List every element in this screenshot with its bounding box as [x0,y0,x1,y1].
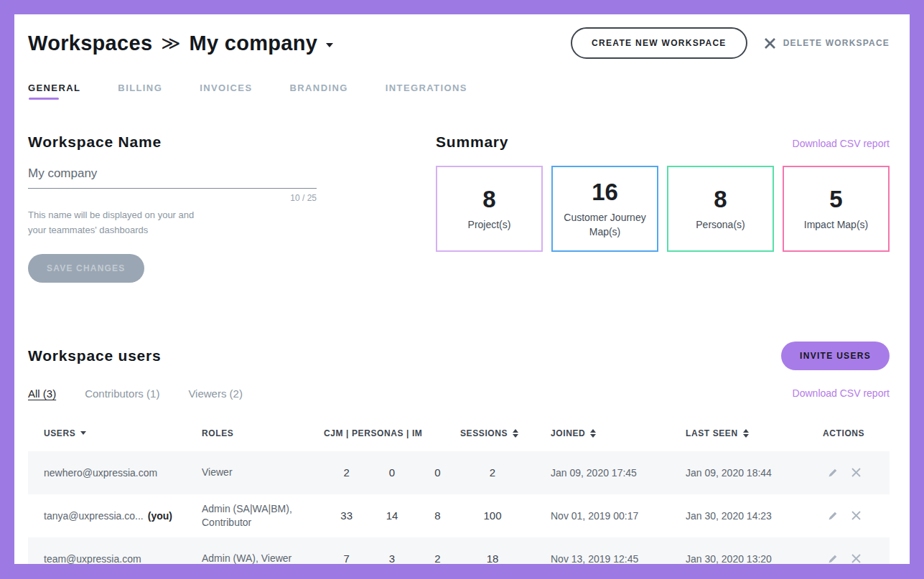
save-changes-button[interactable]: SAVE CHANGES [28,254,144,283]
personas-count: 0 [369,466,414,479]
column-header-cjm-personas-im: CJM | PERSONAS | IM [324,428,460,438]
joined-date: Jan 09, 2020 17:45 [551,467,686,479]
workspace-name-helper-text: This name will be displayed on your and … [28,207,317,238]
filter-contributors[interactable]: Contributors (1) [85,387,159,400]
table-row: tanya@uxpressia.co... (you) Admin (SA|WA… [28,494,890,537]
row-actions [823,467,890,479]
close-icon [851,467,862,478]
content-columns: Workspace Name 10 / 25 This name will be… [28,133,890,283]
create-new-workspace-button[interactable]: CREATE NEW WORKSPACE [571,27,747,59]
char-counter: 10 / 25 [28,193,317,203]
remove-user-button[interactable] [851,553,862,564]
breadcrumb-workspaces: Workspaces [28,32,152,55]
column-header-last-seen[interactable]: LAST SEEN [686,428,823,438]
users-table: USERS ROLES CJM | PERSONAS | IM SESSIONS… [28,415,890,564]
user-roles: Admin (SA|WA|BM), Contributor [202,502,324,529]
cjm-count: 2 [324,466,369,479]
user-email: team@uxpressia.com [44,553,202,564]
window-frame: Workspaces ≫ My company CREATE NEW WORKS… [0,0,924,579]
impact-maps-count: 5 [829,186,842,213]
users-download-csv-link[interactable]: Download CSV report [793,387,890,399]
workspace-name-section: Workspace Name 10 / 25 This name will be… [28,133,317,283]
column-header-users[interactable]: USERS [44,428,202,438]
user-filters: All (3) Contributors (1) Viewers (2) Dow… [28,387,890,400]
summary-header: Summary Download CSV report [436,133,890,151]
cjm-count: 16 [592,179,618,206]
personas-count: 3 [369,552,414,564]
row-actions [823,510,890,522]
summary-card-personas: 8 Persona(s) [667,166,774,252]
users-table-header-row: USERS ROLES CJM | PERSONAS | IM SESSIONS… [28,415,890,451]
user-roles: Viewer [202,466,324,479]
workspace-users-header: Workspace users INVITE USERS [28,342,890,370]
remove-user-button[interactable] [851,467,862,478]
you-badge: (you) [148,510,172,522]
impact-maps-label: Impact Map(s) [797,217,875,232]
column-header-roles: ROLES [202,428,324,438]
last-seen-date: Jan 09, 2020 18:44 [686,467,823,479]
delete-workspace-label: DELETE WORKSPACE [783,38,890,48]
sort-icon [743,429,749,438]
workspace-settings-page: Workspaces ≫ My company CREATE NEW WORKS… [14,14,910,564]
delete-workspace-button[interactable]: DELETE WORKSPACE [763,37,890,50]
sort-icon [590,429,596,438]
summary-card-impact-maps: 5 Impact Map(s) [783,166,890,252]
invite-users-button[interactable]: INVITE USERS [781,342,890,370]
page-title: My company [190,32,318,55]
close-icon [763,37,777,50]
workspace-name-input[interactable] [28,162,317,189]
sort-desc-icon [80,431,86,435]
summary-cards: 8 Project(s) 16 Customer Journey Map(s) … [436,166,890,252]
remove-user-button[interactable] [851,510,862,521]
personas-count: 14 [369,509,414,522]
column-header-actions: ACTIONS [823,428,890,438]
page-header: Workspaces ≫ My company CREATE NEW WORKS… [28,27,890,59]
tab-branding[interactable]: BRANDING [289,83,347,100]
column-header-sessions[interactable]: SESSIONS [460,428,551,438]
joined-date: Nov 01, 2019 00:17 [551,510,686,522]
filter-viewers[interactable]: Viewers (2) [188,387,243,400]
sessions-count: 100 [460,509,525,522]
header-actions: CREATE NEW WORKSPACE DELETE WORKSPACE [571,27,890,59]
sessions-count: 2 [460,466,525,479]
cjm-count: 33 [324,509,369,522]
table-row: newhero@uxpressia.com Viewer 2 0 0 2 Jan… [28,451,890,494]
last-seen-date: Jan 30, 2020 13:20 [686,553,823,564]
projects-label: Project(s) [461,217,518,232]
tab-billing[interactable]: BILLING [118,83,162,100]
row-actions [823,553,890,564]
workspace-name-title: Workspace Name [28,133,317,151]
breadcrumb: Workspaces ≫ My company [28,32,333,55]
last-seen-date: Jan 30, 2020 14:23 [686,510,823,522]
sessions-count: 18 [460,552,525,564]
summary-download-csv-link[interactable]: Download CSV report [793,138,890,149]
workspace-users-title: Workspace users [28,347,162,364]
summary-section: Summary Download CSV report 8 Project(s)… [436,133,890,283]
cjm-count: 7 [324,552,369,564]
sort-icon [513,429,518,438]
im-count: 0 [415,466,460,479]
user-roles: Admin (WA), Viewer [202,552,324,564]
tab-integrations[interactable]: INTEGRATIONS [386,83,467,100]
cjm-personas-im-counts: 33 14 8 [324,509,460,522]
summary-card-projects: 8 Project(s) [436,166,543,252]
tab-invoices[interactable]: INVOICES [200,83,252,100]
cjm-personas-im-counts: 2 0 0 [324,466,460,479]
column-header-joined[interactable]: JOINED [551,428,686,438]
breadcrumb-separator-icon: ≫ [161,32,180,55]
table-row: team@uxpressia.com Admin (WA), Viewer 7 … [28,537,890,564]
close-icon [851,553,862,564]
workspace-dropdown-caret-icon[interactable] [326,43,333,47]
filter-all[interactable]: All (3) [28,387,56,400]
tab-general[interactable]: GENERAL [28,83,80,100]
im-count: 8 [415,509,460,522]
personas-label: Persona(s) [689,217,752,232]
pencil-icon [827,510,839,522]
pencil-icon [827,467,839,479]
personas-count: 8 [714,186,727,213]
edit-user-button[interactable] [827,467,839,479]
edit-user-button[interactable] [827,553,839,564]
cjm-personas-im-counts: 7 3 2 [324,552,460,564]
close-icon [851,510,862,521]
edit-user-button[interactable] [827,510,839,522]
